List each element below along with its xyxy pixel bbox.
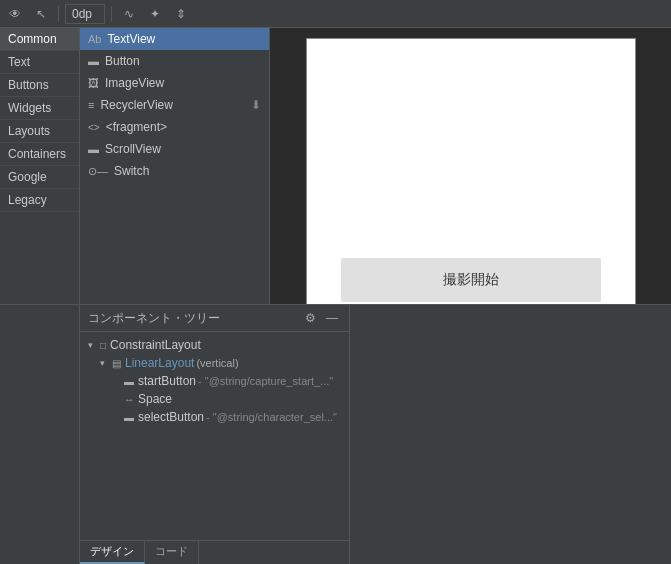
start-btn-value: - "@string/capture_start_..." (198, 375, 333, 387)
tree-node-start-btn[interactable]: ▬ startButton - "@string/capture_start_.… (80, 372, 349, 390)
linear-sublabel: (vertical) (196, 357, 238, 369)
tree-node-space[interactable]: ↔ Space (80, 390, 349, 408)
start-btn-icon: ▬ (124, 376, 134, 387)
space-label: Space (138, 392, 172, 406)
bottom-section: コンポーネント・ツリー ⚙ — ▾ □ ConstraintLayout ▾ ▤… (0, 304, 671, 564)
cursor-icon[interactable]: ↖ (30, 3, 52, 25)
component-button-label: Button (105, 54, 140, 68)
component-textview-label: TextView (107, 32, 155, 46)
category-text[interactable]: Text (0, 51, 79, 74)
tab-design[interactable]: デザイン (80, 541, 145, 564)
eye-icon[interactable]: 👁 (4, 3, 26, 25)
toolbar-separator-1 (58, 6, 59, 22)
recyclerview-icon: ≡ (88, 99, 94, 111)
bottom-left-panel (0, 305, 80, 564)
capture-start-button[interactable]: 撮影開始 (341, 258, 601, 302)
component-imageview-label: ImageView (105, 76, 164, 90)
component-recyclerview-label: RecyclerView (100, 98, 172, 112)
category-legacy[interactable]: Legacy (0, 189, 79, 212)
component-list: Ab TextView ▬ Button 🖼 ImageView ≡ Recyc… (80, 28, 270, 304)
select-btn-icon: ▬ (124, 412, 134, 423)
category-layouts[interactable]: Layouts (0, 120, 79, 143)
component-scrollview[interactable]: ▬ ScrollView (80, 138, 269, 160)
properties-panel (350, 305, 671, 564)
tree-gear-icon[interactable]: ⚙ (301, 309, 319, 327)
linear-arrow: ▾ (100, 358, 110, 368)
toolbar-separator-2 (111, 6, 112, 22)
button-icon: ▬ (88, 55, 99, 67)
linear-icon: ▤ (112, 358, 121, 369)
category-common[interactable]: Common (0, 28, 79, 51)
tree-minus-icon[interactable]: — (323, 309, 341, 327)
design-canvas: 撮影開始 キャラクター選択 (270, 28, 671, 304)
textview-icon: Ab (88, 33, 101, 45)
component-fragment-label: <fragment> (106, 120, 167, 134)
category-widgets[interactable]: Widgets (0, 97, 79, 120)
star-icon[interactable]: ✦ (144, 3, 166, 25)
switch-icon: ⊙— (88, 165, 108, 178)
wave-icon[interactable]: ∿ (118, 3, 140, 25)
component-switch-label: Switch (114, 164, 149, 178)
component-textview[interactable]: Ab TextView (80, 28, 269, 50)
space-icon: ↔ (124, 394, 134, 405)
component-recyclerview[interactable]: ≡ RecyclerView ⬇ (80, 94, 269, 116)
imageview-icon: 🖼 (88, 77, 99, 89)
fragment-icon: <> (88, 122, 100, 133)
main-layout: Common Text Buttons Widgets Layouts Cont… (0, 28, 671, 304)
start-btn-label: startButton (138, 374, 196, 388)
tree-node-linear[interactable]: ▾ ▤ LinearLayout (vertical) (80, 354, 349, 372)
category-buttons[interactable]: Buttons (0, 74, 79, 97)
component-scrollview-label: ScrollView (105, 142, 161, 156)
align-icon[interactable]: ⇕ (170, 3, 192, 25)
linear-label: LinearLayout (125, 356, 194, 370)
category-google[interactable]: Google (0, 166, 79, 189)
tree-content: ▾ □ ConstraintLayout ▾ ▤ LinearLayout (v… (80, 332, 349, 540)
main-toolbar: 👁 ↖ 0dp ∿ ✦ ⇕ (0, 0, 671, 28)
scrollview-icon: ▬ (88, 143, 99, 155)
tree-node-constraint[interactable]: ▾ □ ConstraintLayout (80, 336, 349, 354)
tree-header-icons: ⚙ — (301, 309, 341, 327)
category-containers[interactable]: Containers (0, 143, 79, 166)
download-icon: ⬇ (251, 98, 261, 112)
device-frame: 撮影開始 キャラクター選択 (306, 38, 636, 304)
select-btn-value: - "@string/character_sel..." (206, 411, 337, 423)
palette-categories: Common Text Buttons Widgets Layouts Cont… (0, 28, 80, 304)
device-content: 撮影開始 キャラクター選択 (307, 39, 635, 304)
component-tree: コンポーネント・ツリー ⚙ — ▾ □ ConstraintLayout ▾ ▤… (80, 305, 350, 564)
tab-code[interactable]: コード (145, 541, 199, 564)
tree-header: コンポーネント・ツリー ⚙ — (80, 305, 349, 332)
tree-title: コンポーネント・ツリー (88, 310, 220, 327)
constraint-icon: □ (100, 340, 106, 351)
constraint-label: ConstraintLayout (110, 338, 201, 352)
component-fragment[interactable]: <> <fragment> (80, 116, 269, 138)
offset-label: 0dp (65, 4, 105, 24)
component-switch[interactable]: ⊙— Switch (80, 160, 269, 182)
tree-node-select-btn[interactable]: ▬ selectButton - "@string/character_sel.… (80, 408, 349, 426)
component-imageview[interactable]: 🖼 ImageView (80, 72, 269, 94)
constraint-arrow: ▾ (88, 340, 98, 350)
select-btn-label: selectButton (138, 410, 204, 424)
component-button[interactable]: ▬ Button (80, 50, 269, 72)
